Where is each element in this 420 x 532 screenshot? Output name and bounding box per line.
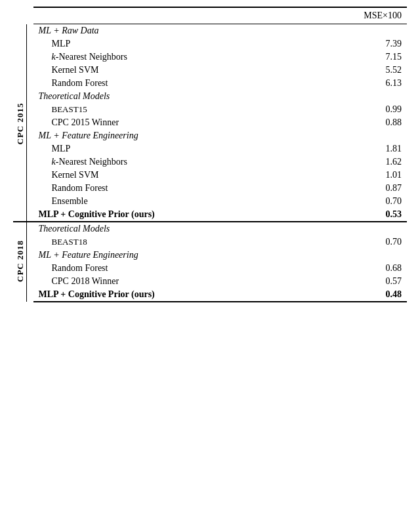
mse-cell: 0.48 xyxy=(304,288,407,302)
model-cell: BEAST15 xyxy=(33,103,304,116)
model-cell: CPC 2018 Winner xyxy=(33,275,304,288)
table-row: BEAST150.99 xyxy=(13,103,407,116)
mse-cell xyxy=(304,90,407,103)
table-row: Random Forest0.68 xyxy=(13,262,407,275)
mse-cell xyxy=(304,24,407,38)
table-row: Random Forest0.87 xyxy=(13,182,407,195)
model-cell: Kernel SVM xyxy=(33,64,304,77)
table-row: k-Nearest Neighbors1.62 xyxy=(13,155,407,169)
table-row: Theoretical Models xyxy=(13,90,407,103)
table-row: MLP1.81 xyxy=(13,142,407,155)
model-cell: Kernel SVM xyxy=(33,169,304,182)
table-row: Kernel SVM5.52 xyxy=(13,64,407,77)
results-table: MSE×100 CPC 2015ML + Raw DataMLP7.39k-Ne… xyxy=(13,7,407,302)
model-cell: k-Nearest Neighbors xyxy=(33,51,304,64)
table-row: MLP + Cognitive Prior (ours)0.48 xyxy=(13,288,407,302)
mse-cell: 0.70 xyxy=(304,195,407,208)
mse-cell: 7.39 xyxy=(304,37,407,51)
table-row: BEAST180.70 xyxy=(13,235,407,249)
model-cell: MLP + Cognitive Prior (ours) xyxy=(33,288,304,302)
mse-cell xyxy=(304,249,407,262)
model-cell: k-Nearest Neighbors xyxy=(33,155,304,169)
mse-cell: 1.01 xyxy=(304,169,407,182)
model-cell: MLP + Cognitive Prior (ours) xyxy=(33,208,304,222)
table-row: MLP + Cognitive Prior (ours)0.53 xyxy=(13,208,407,222)
mse-cell: 1.62 xyxy=(304,155,407,169)
model-cell: MLP xyxy=(33,37,304,51)
model-cell: ML + Feature Engineering xyxy=(33,249,304,262)
mse-cell: 0.87 xyxy=(304,182,407,195)
table-row: CPC 2015 Winner0.88 xyxy=(13,116,407,129)
model-cell: Random Forest xyxy=(33,182,304,195)
group-label-cell: CPC 2018 xyxy=(13,222,27,302)
table-row: CPC 2015ML + Raw Data xyxy=(13,24,407,38)
mse-cell xyxy=(304,222,407,235)
bracket-cell xyxy=(27,222,33,302)
table-row: Random Forest6.13 xyxy=(13,77,407,90)
model-cell: CPC 2015 Winner xyxy=(33,116,304,129)
model-cell: ML + Raw Data xyxy=(33,24,304,38)
col-header-mse: MSE×100 xyxy=(304,7,407,24)
model-cell: BEAST18 xyxy=(33,235,304,249)
group-label-cell: CPC 2015 xyxy=(13,24,27,222)
mse-cell: 0.53 xyxy=(304,208,407,222)
table-row: CPC 2018Theoretical Models xyxy=(13,222,407,235)
mse-cell: 5.52 xyxy=(304,64,407,77)
mse-cell: 0.99 xyxy=(304,103,407,116)
model-cell: Random Forest xyxy=(33,77,304,90)
table-row: Ensemble0.70 xyxy=(13,195,407,208)
model-cell: Theoretical Models xyxy=(33,90,304,103)
model-cell: Ensemble xyxy=(33,195,304,208)
table-row: CPC 2018 Winner0.57 xyxy=(13,275,407,288)
mse-cell xyxy=(304,129,407,142)
mse-cell: 1.81 xyxy=(304,142,407,155)
mse-cell: 0.70 xyxy=(304,235,407,249)
model-cell: MLP xyxy=(33,142,304,155)
col-header-model xyxy=(33,7,304,24)
model-cell: Theoretical Models xyxy=(33,222,304,235)
mse-cell: 0.57 xyxy=(304,275,407,288)
table-row: MLP7.39 xyxy=(13,37,407,51)
mse-cell: 0.88 xyxy=(304,116,407,129)
table-row: ML + Feature Engineering xyxy=(13,249,407,262)
mse-cell: 0.68 xyxy=(304,262,407,275)
bracket-cell xyxy=(27,24,33,222)
mse-cell: 6.13 xyxy=(304,77,407,90)
table-row: k-Nearest Neighbors7.15 xyxy=(13,51,407,64)
mse-cell: 7.15 xyxy=(304,51,407,64)
table-row: ML + Feature Engineering xyxy=(13,129,407,142)
model-cell: ML + Feature Engineering xyxy=(33,129,304,142)
table-row: Kernel SVM1.01 xyxy=(13,169,407,182)
model-cell: Random Forest xyxy=(33,262,304,275)
